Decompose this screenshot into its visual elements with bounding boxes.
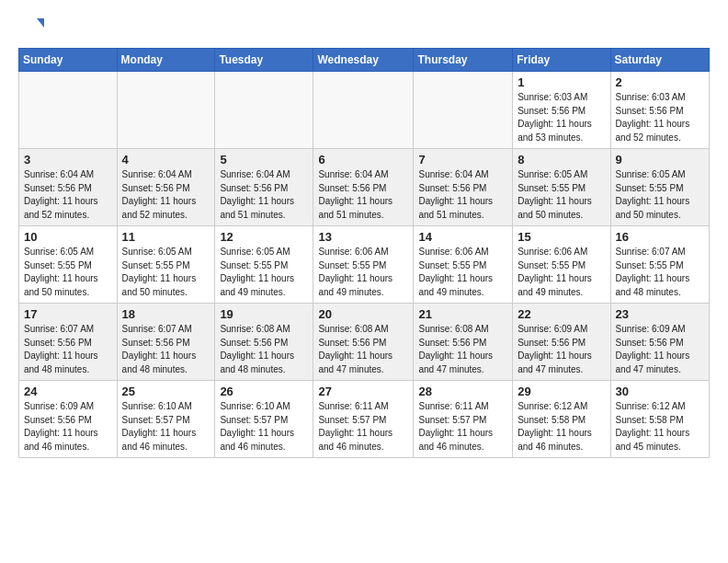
day-number: 15 [518, 230, 605, 244]
calendar-cell: 29Sunrise: 6:12 AM Sunset: 5:58 PM Dayli… [513, 381, 610, 458]
day-number: 2 [616, 75, 704, 89]
day-number: 7 [418, 153, 507, 167]
calendar-header-thursday: Thursday [414, 49, 513, 72]
calendar-table: SundayMondayTuesdayWednesdayThursdayFrid… [18, 48, 710, 458]
day-info: Sunrise: 6:11 AM Sunset: 5:57 PM Dayligh… [318, 400, 408, 454]
calendar-week-row: 24Sunrise: 6:09 AM Sunset: 5:56 PM Dayli… [19, 381, 710, 458]
calendar-cell [414, 72, 513, 149]
calendar-header-friday: Friday [513, 49, 610, 72]
calendar-cell: 27Sunrise: 6:11 AM Sunset: 5:57 PM Dayli… [313, 381, 414, 458]
day-info: Sunrise: 6:12 AM Sunset: 5:58 PM Dayligh… [616, 400, 704, 454]
day-number: 29 [518, 385, 605, 398]
calendar-cell: 28Sunrise: 6:11 AM Sunset: 5:57 PM Dayli… [414, 381, 513, 458]
calendar-cell: 7Sunrise: 6:04 AM Sunset: 5:56 PM Daylig… [414, 149, 513, 226]
calendar-header-saturday: Saturday [610, 49, 709, 72]
day-info: Sunrise: 6:07 AM Sunset: 5:55 PM Dayligh… [616, 246, 704, 299]
day-number: 1 [518, 75, 605, 89]
day-info: Sunrise: 6:10 AM Sunset: 5:57 PM Dayligh… [122, 400, 210, 454]
calendar-cell: 5Sunrise: 6:04 AM Sunset: 5:56 PM Daylig… [215, 149, 313, 226]
calendar-cell: 2Sunrise: 6:03 AM Sunset: 5:56 PM Daylig… [610, 72, 709, 149]
day-info: Sunrise: 6:04 AM Sunset: 5:56 PM Dayligh… [24, 168, 112, 222]
day-info: Sunrise: 6:05 AM Sunset: 5:55 PM Dayligh… [518, 168, 605, 222]
day-info: Sunrise: 6:03 AM Sunset: 5:56 PM Dayligh… [616, 91, 704, 144]
calendar-week-row: 1Sunrise: 6:03 AM Sunset: 5:56 PM Daylig… [19, 72, 710, 149]
day-info: Sunrise: 6:06 AM Sunset: 5:55 PM Dayligh… [418, 246, 507, 299]
day-number: 30 [616, 385, 704, 398]
day-number: 26 [220, 385, 308, 398]
day-number: 23 [616, 307, 704, 321]
day-number: 13 [318, 230, 408, 244]
day-number: 19 [220, 307, 308, 321]
calendar-header-tuesday: Tuesday [215, 49, 313, 72]
calendar-cell: 6Sunrise: 6:04 AM Sunset: 5:56 PM Daylig… [313, 149, 414, 226]
day-info: Sunrise: 6:08 AM Sunset: 5:56 PM Dayligh… [318, 323, 408, 376]
calendar-cell: 4Sunrise: 6:04 AM Sunset: 5:56 PM Daylig… [117, 149, 215, 226]
day-info: Sunrise: 6:03 AM Sunset: 5:56 PM Dayligh… [518, 91, 605, 144]
calendar-cell [19, 72, 118, 149]
day-number: 27 [318, 385, 408, 398]
day-number: 4 [122, 153, 210, 167]
calendar-week-row: 17Sunrise: 6:07 AM Sunset: 5:56 PM Dayli… [19, 304, 710, 381]
day-number: 17 [24, 307, 112, 321]
day-info: Sunrise: 6:08 AM Sunset: 5:56 PM Dayligh… [418, 323, 507, 376]
day-number: 5 [220, 153, 308, 167]
day-number: 28 [418, 385, 507, 398]
day-number: 12 [220, 230, 308, 244]
day-number: 21 [418, 307, 507, 321]
calendar-cell: 23Sunrise: 6:09 AM Sunset: 5:56 PM Dayli… [610, 304, 709, 381]
day-info: Sunrise: 6:11 AM Sunset: 5:57 PM Dayligh… [418, 400, 507, 454]
calendar-cell: 24Sunrise: 6:09 AM Sunset: 5:56 PM Dayli… [19, 381, 118, 458]
calendar-cell [215, 72, 313, 149]
calendar-cell: 25Sunrise: 6:10 AM Sunset: 5:57 PM Dayli… [117, 381, 215, 458]
calendar-week-row: 10Sunrise: 6:05 AM Sunset: 5:55 PM Dayli… [19, 226, 710, 304]
calendar-header-sunday: Sunday [19, 49, 118, 72]
day-number: 3 [24, 153, 112, 167]
calendar-cell: 10Sunrise: 6:05 AM Sunset: 5:55 PM Dayli… [19, 226, 118, 304]
calendar-cell: 26Sunrise: 6:10 AM Sunset: 5:57 PM Dayli… [215, 381, 313, 458]
day-number: 22 [518, 307, 605, 321]
day-number: 6 [318, 153, 408, 167]
calendar-header-wednesday: Wednesday [313, 49, 414, 72]
day-info: Sunrise: 6:09 AM Sunset: 5:56 PM Dayligh… [616, 323, 704, 376]
calendar-cell [313, 72, 414, 149]
day-info: Sunrise: 6:05 AM Sunset: 5:55 PM Dayligh… [616, 168, 704, 222]
header [18, 15, 710, 40]
day-info: Sunrise: 6:05 AM Sunset: 5:55 PM Dayligh… [122, 246, 210, 299]
calendar-cell: 30Sunrise: 6:12 AM Sunset: 5:58 PM Dayli… [610, 381, 709, 458]
calendar-cell: 20Sunrise: 6:08 AM Sunset: 5:56 PM Dayli… [313, 304, 414, 381]
day-number: 16 [616, 230, 704, 244]
day-number: 18 [122, 307, 210, 321]
day-number: 20 [318, 307, 408, 321]
day-info: Sunrise: 6:09 AM Sunset: 5:56 PM Dayligh… [24, 400, 112, 454]
calendar-cell: 8Sunrise: 6:05 AM Sunset: 5:55 PM Daylig… [513, 149, 610, 226]
logo-icon [18, 15, 44, 40]
day-info: Sunrise: 6:04 AM Sunset: 5:56 PM Dayligh… [220, 168, 308, 222]
calendar-cell: 22Sunrise: 6:09 AM Sunset: 5:56 PM Dayli… [513, 304, 610, 381]
calendar-cell [117, 72, 215, 149]
day-info: Sunrise: 6:06 AM Sunset: 5:55 PM Dayligh… [518, 246, 605, 299]
svg-marker-1 [37, 18, 44, 28]
calendar-cell: 12Sunrise: 6:05 AM Sunset: 5:55 PM Dayli… [215, 226, 313, 304]
day-number: 10 [24, 230, 112, 244]
logo [18, 15, 48, 40]
day-info: Sunrise: 6:06 AM Sunset: 5:55 PM Dayligh… [318, 246, 408, 299]
day-number: 25 [122, 385, 210, 398]
calendar-cell: 18Sunrise: 6:07 AM Sunset: 5:56 PM Dayli… [117, 304, 215, 381]
calendar-cell: 11Sunrise: 6:05 AM Sunset: 5:55 PM Dayli… [117, 226, 215, 304]
day-info: Sunrise: 6:04 AM Sunset: 5:56 PM Dayligh… [318, 168, 408, 222]
calendar-cell: 9Sunrise: 6:05 AM Sunset: 5:55 PM Daylig… [610, 149, 709, 226]
day-info: Sunrise: 6:09 AM Sunset: 5:56 PM Dayligh… [518, 323, 605, 376]
calendar-cell: 15Sunrise: 6:06 AM Sunset: 5:55 PM Dayli… [513, 226, 610, 304]
day-info: Sunrise: 6:04 AM Sunset: 5:56 PM Dayligh… [418, 168, 507, 222]
page: SundayMondayTuesdayWednesdayThursdayFrid… [0, 0, 728, 477]
day-info: Sunrise: 6:04 AM Sunset: 5:56 PM Dayligh… [122, 168, 210, 222]
calendar-cell: 14Sunrise: 6:06 AM Sunset: 5:55 PM Dayli… [414, 226, 513, 304]
calendar-cell: 19Sunrise: 6:08 AM Sunset: 5:56 PM Dayli… [215, 304, 313, 381]
calendar-cell: 16Sunrise: 6:07 AM Sunset: 5:55 PM Dayli… [610, 226, 709, 304]
day-info: Sunrise: 6:05 AM Sunset: 5:55 PM Dayligh… [220, 246, 308, 299]
calendar-header-row: SundayMondayTuesdayWednesdayThursdayFrid… [19, 49, 710, 72]
calendar-cell: 21Sunrise: 6:08 AM Sunset: 5:56 PM Dayli… [414, 304, 513, 381]
day-number: 8 [518, 153, 605, 167]
day-info: Sunrise: 6:12 AM Sunset: 5:58 PM Dayligh… [518, 400, 605, 454]
calendar-header-monday: Monday [117, 49, 215, 72]
